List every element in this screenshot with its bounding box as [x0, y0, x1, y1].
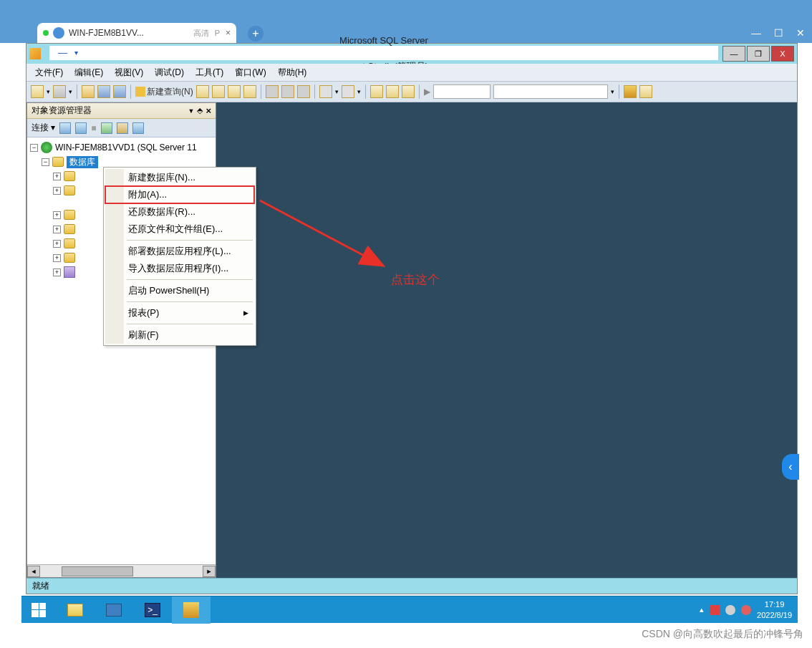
expand-icon[interactable]: + — [53, 254, 61, 262]
taskbar-file-explorer[interactable] — [56, 596, 95, 624]
folder-open-icon[interactable] — [82, 85, 95, 98]
oe-toolbar: 连接 ▾ ■ — [27, 119, 216, 137]
menu-help[interactable]: 帮助(H) — [274, 65, 311, 80]
object-explorer-header: 对象资源管理器 ▼ ⬘ × — [27, 103, 216, 119]
title-dropdown[interactable]: — ▾ — [49, 46, 718, 60]
tray-expand-icon[interactable]: ▴ — [700, 605, 704, 614]
oe-dropdown-icon[interactable]: ▼ — [188, 107, 194, 115]
ssms-app-icon — [29, 48, 41, 59]
taskbar-remote-desktop[interactable] — [95, 596, 133, 624]
collapse-icon[interactable]: − — [42, 158, 49, 166]
menu-restore-db[interactable]: 还原数据库(R)... — [105, 203, 254, 221]
taskbar-clock[interactable]: 17:19 2022/8/19 — [757, 599, 792, 620]
expand-icon[interactable]: + — [53, 226, 61, 233]
tray-volume-icon[interactable] — [741, 605, 751, 615]
expand-icon[interactable]: + — [53, 173, 61, 180]
expand-icon[interactable]: + — [53, 187, 61, 195]
new-query-button[interactable]: 新建查询(N) — [135, 86, 193, 98]
paste-icon[interactable] — [297, 85, 310, 98]
folder-icon — [64, 253, 75, 263]
scroll-thumb[interactable] — [62, 566, 133, 576]
browser-maximize-button[interactable]: ☐ — [774, 27, 783, 39]
tb-icon-9[interactable] — [639, 85, 652, 98]
collapse-icon[interactable]: − — [30, 144, 38, 152]
folder-icon — [64, 185, 75, 195]
menu-import-dac[interactable]: 导入数据层应用程序(I)... — [105, 260, 254, 277]
menu-deploy-dac[interactable]: 部署数据层应用程序(L)... — [105, 243, 254, 260]
browser-window-controls: — ☐ ✕ — [751, 27, 805, 39]
undo-icon[interactable] — [319, 85, 332, 98]
submenu-arrow-icon: ▶ — [243, 309, 248, 316]
rdp-icon — [106, 604, 122, 616]
oe-tb-icon-4[interactable] — [117, 122, 128, 134]
menu-new-database[interactable]: 新建数据库(N)... — [105, 169, 254, 186]
menu-reports[interactable]: 报表(P)▶ — [105, 304, 254, 321]
scroll-left-button[interactable]: ◄ — [27, 566, 40, 577]
copy-icon[interactable] — [281, 85, 294, 98]
tb-icon-3[interactable] — [228, 85, 241, 98]
tb-icon-8[interactable] — [624, 85, 637, 98]
tb-icon-7[interactable] — [402, 85, 415, 98]
tb-icon-2[interactable] — [212, 85, 225, 98]
menu-tools[interactable]: 工具(T) — [191, 65, 228, 80]
menu-restore-files[interactable]: 还原文件和文件组(E)... — [105, 221, 254, 238]
redo-icon[interactable] — [342, 85, 354, 98]
oe-tb-icon-1[interactable] — [59, 122, 71, 134]
ssms-toolbar: ▾ ▾ 新建查询(N) ▾ ▾ ▶ ▾ — [26, 81, 797, 102]
menu-refresh[interactable]: 刷新(F) — [105, 327, 254, 344]
execute-button[interactable]: ▶ — [424, 87, 430, 97]
menu-powershell[interactable]: 启动 PowerShell(H) — [105, 282, 254, 299]
browser-minimize-button[interactable]: — — [751, 27, 761, 39]
browser-close-button[interactable]: ✕ — [796, 27, 805, 39]
oe-tb-icon-5[interactable] — [132, 122, 144, 134]
chevron-down-icon: ▾ — [74, 49, 78, 57]
windows-logo-icon — [32, 603, 46, 617]
tb-icon-6[interactable] — [386, 85, 399, 98]
tray-network-icon[interactable] — [725, 605, 735, 615]
save-icon[interactable] — [97, 85, 110, 98]
menu-attach[interactable]: 附加(A)... — [105, 186, 254, 203]
menu-view[interactable]: 视图(V) — [110, 65, 148, 80]
context-menu: 新建数据库(N)... 附加(A)... 还原数据库(R)... 还原文件和文件… — [103, 167, 256, 346]
watermark: CSDN @向高数吹起最后的冲锋号角 — [642, 628, 803, 641]
folder-icon — [64, 210, 75, 220]
tb-icon-4[interactable] — [243, 85, 256, 98]
save-all-icon[interactable] — [113, 85, 126, 98]
folder-icon — [67, 604, 83, 616]
tray-flag-icon[interactable] — [710, 605, 720, 615]
minimize-button[interactable]: — — [722, 46, 745, 62]
menu-file[interactable]: 文件(F) — [31, 65, 67, 80]
server-icon — [41, 142, 52, 153]
menu-window[interactable]: 窗口(W) — [231, 65, 270, 80]
search-input[interactable] — [493, 84, 608, 99]
status-bar: 就绪 — [26, 578, 797, 594]
menu-edit[interactable]: 编辑(E) — [70, 65, 107, 80]
oe-close-icon[interactable]: × — [206, 105, 211, 116]
scroll-right-button[interactable]: ► — [203, 566, 216, 577]
folder-icon — [52, 157, 64, 167]
oe-scrollbar[interactable]: ◄ ► — [27, 564, 216, 577]
menu-debug[interactable]: 调试(D) — [150, 65, 188, 80]
tree-server-node[interactable]: − WIN-FJEM8B1VVD1 (SQL Server 11 — [27, 140, 216, 155]
folder-icon — [64, 224, 75, 234]
connect-button[interactable]: 连接 ▾ — [32, 122, 55, 134]
pin-icon[interactable]: ⬘ — [197, 106, 203, 115]
db-selector[interactable] — [433, 84, 490, 99]
taskbar-ssms[interactable] — [172, 596, 211, 624]
oe-tb-icon-2[interactable] — [75, 122, 87, 134]
side-widget-button[interactable]: ‹ — [782, 454, 799, 480]
new-project-icon[interactable] — [31, 85, 44, 98]
expand-icon[interactable]: + — [53, 269, 61, 276]
close-button[interactable]: X — [771, 46, 794, 62]
ssms-titlebar: Microsoft SQL Server — ▾ ement Studio(管理… — [26, 44, 797, 64]
expand-icon[interactable]: + — [53, 240, 61, 248]
tb-icon-5[interactable] — [370, 85, 383, 98]
open-icon[interactable] — [53, 85, 66, 98]
expand-icon[interactable]: + — [53, 211, 61, 219]
start-button[interactable] — [21, 596, 56, 624]
maximize-button[interactable]: ❐ — [747, 46, 770, 62]
taskbar-powershell[interactable]: >_ — [133, 596, 172, 624]
tb-icon-1[interactable] — [196, 85, 209, 98]
oe-tb-icon-3[interactable] — [101, 122, 112, 134]
cut-icon[interactable] — [266, 85, 279, 98]
